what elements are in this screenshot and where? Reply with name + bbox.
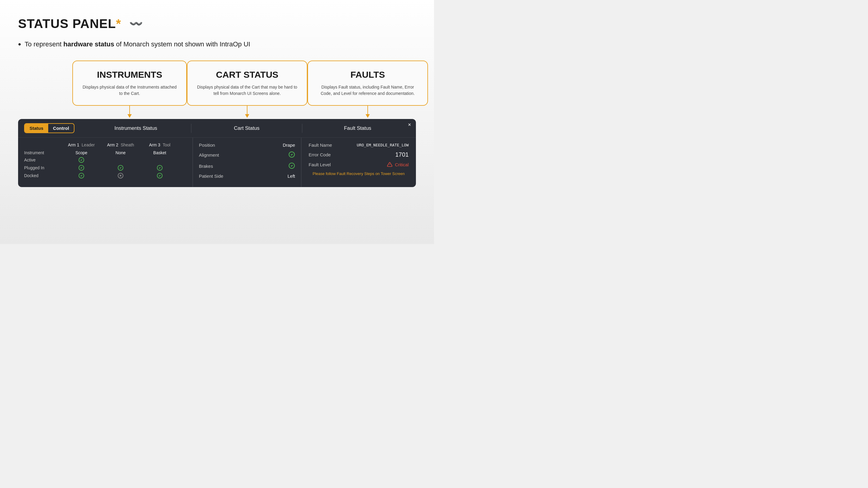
- cart-status-card-desc: Displays physical data of the Cart that …: [196, 84, 298, 97]
- instrument-arm2-value: None: [99, 150, 142, 155]
- page-title: STATUS PANEL*: [18, 17, 121, 31]
- patient-side-value: Left: [287, 173, 295, 178]
- patient-side-label: Patient Side: [199, 173, 223, 178]
- header-divider-2: [302, 124, 302, 133]
- cart-status-card: CART STATUS Displays physical data of th…: [187, 61, 307, 106]
- annotations-wrapper: INSTRUMENTS Displays physical data of th…: [18, 61, 416, 106]
- alignment-check: [288, 151, 295, 159]
- brakes-check: [288, 162, 295, 170]
- error-code-value: 1701: [396, 151, 409, 158]
- cart-status-section: Position Drape Alignment Brakes: [193, 138, 301, 187]
- arm2-header: Arm 2 Sheath: [99, 142, 142, 147]
- status-toggle-btn[interactable]: Status: [25, 124, 48, 133]
- plugged-arm3-check: [142, 165, 178, 171]
- instrument-row: Instrument Scope None Basket: [24, 150, 187, 155]
- instruments-card-desc: Displays physical data of the Instrument…: [82, 84, 177, 97]
- patient-side-row: Patient Side Left: [199, 173, 295, 178]
- instruments-arrow: [127, 105, 132, 118]
- alignment-row: Alignment: [199, 151, 295, 159]
- active-label: Active: [24, 158, 63, 162]
- instruments-wrapper: INSTRUMENTS Displays physical data of th…: [42, 61, 187, 106]
- instrument-arm1-value: Scope: [63, 150, 99, 155]
- status-control-toggle: Status Control: [24, 123, 74, 133]
- instrument-label: Instrument: [24, 150, 63, 155]
- faults-wrapper: FAULTS Displays Fault status, including …: [307, 61, 434, 106]
- instruments-section: Arm 1 Leader Arm 2 Sheath Arm 3 Tool: [18, 138, 193, 187]
- position-label: Position: [199, 142, 215, 148]
- arm-header-empty: [24, 142, 63, 147]
- bullet-dot: •: [18, 40, 21, 48]
- arm1-header: Arm 1 Leader: [63, 142, 99, 147]
- instrument-arm3-value: Basket: [142, 150, 178, 155]
- fault-recovery-text: Please follow Fault Recovery Steps on To…: [309, 171, 409, 176]
- panel-header: Status Control Instruments Status Cart S…: [18, 119, 416, 138]
- panel-body: Arm 1 Leader Arm 2 Sheath Arm 3 Tool: [18, 138, 416, 187]
- status-panel: × Status Control Instruments Status Cart…: [18, 119, 416, 187]
- fault-level-label: Fault Level: [309, 162, 331, 167]
- plugged-in-row: Plugged In: [24, 165, 187, 171]
- instruments-card: INSTRUMENTS Displays physical data of th…: [72, 61, 187, 106]
- cart-status-card-title: CART STATUS: [196, 70, 298, 80]
- fault-section-title: Fault Status: [305, 125, 410, 131]
- arm3-header: Arm 3 Tool: [142, 142, 178, 147]
- fault-name-label: Fault Name: [309, 142, 332, 148]
- position-row: Position Drape: [199, 142, 295, 148]
- instruments-card-title: INSTRUMENTS: [82, 70, 177, 80]
- page-header: STATUS PANEL* 〰️: [18, 17, 416, 31]
- control-toggle-btn[interactable]: Control: [48, 124, 74, 133]
- instruments-section-title: Instruments Status: [84, 125, 188, 131]
- docked-arm2-x: [99, 173, 142, 178]
- close-button[interactable]: ×: [408, 122, 411, 127]
- faults-card: FAULTS Displays Fault status, including …: [307, 61, 428, 106]
- fault-status-section: Fault Name URO_EM_NEEDLE_RATE_LOW Error …: [301, 138, 416, 187]
- cart-wrapper: CART STATUS Displays physical data of th…: [187, 61, 307, 106]
- chart-icon: 〰️: [129, 18, 143, 30]
- fault-name-value: URO_EM_NEEDLE_RATE_LOW: [357, 143, 409, 147]
- error-code-label: Error Code: [309, 152, 331, 157]
- fault-name-row: Fault Name URO_EM_NEEDLE_RATE_LOW: [309, 142, 409, 148]
- plugged-in-label: Plugged In: [24, 165, 63, 170]
- arm-headers: Arm 1 Leader Arm 2 Sheath Arm 3 Tool: [24, 142, 187, 147]
- brakes-label: Brakes: [199, 164, 213, 169]
- bullet-text: To represent hardware status of Monarch …: [25, 40, 250, 48]
- faults-arrow: [366, 105, 370, 118]
- brakes-row: Brakes: [199, 162, 295, 170]
- plugged-arm2-check: [99, 165, 142, 171]
- error-code-row: Error Code 1701: [309, 151, 409, 158]
- bullet-section: • To represent hardware status of Monarc…: [18, 40, 416, 48]
- alignment-label: Alignment: [199, 153, 219, 158]
- position-value: Drape: [283, 142, 295, 148]
- main-content: INSTRUMENTS Displays physical data of th…: [18, 61, 416, 187]
- page-container: STATUS PANEL* 〰️ • To represent hardware…: [0, 0, 434, 244]
- faults-card-title: FAULTS: [317, 70, 418, 80]
- faults-card-desc: Displays Fault status, including Fault N…: [317, 84, 418, 97]
- active-arm1-check: [63, 157, 99, 163]
- cart-arrow: [245, 105, 249, 118]
- header-divider-1: [191, 124, 191, 133]
- fault-level-row: Fault Level Critical: [309, 162, 409, 167]
- active-row: Active: [24, 157, 187, 163]
- docked-row: Docked: [24, 173, 187, 178]
- docked-arm1-check: [63, 173, 99, 178]
- cart-section-title: Cart Status: [194, 125, 299, 131]
- fault-level-value: Critical: [387, 162, 409, 167]
- plugged-arm1-check: [63, 165, 99, 171]
- docked-label: Docked: [24, 173, 63, 178]
- docked-arm3-check: [142, 173, 178, 178]
